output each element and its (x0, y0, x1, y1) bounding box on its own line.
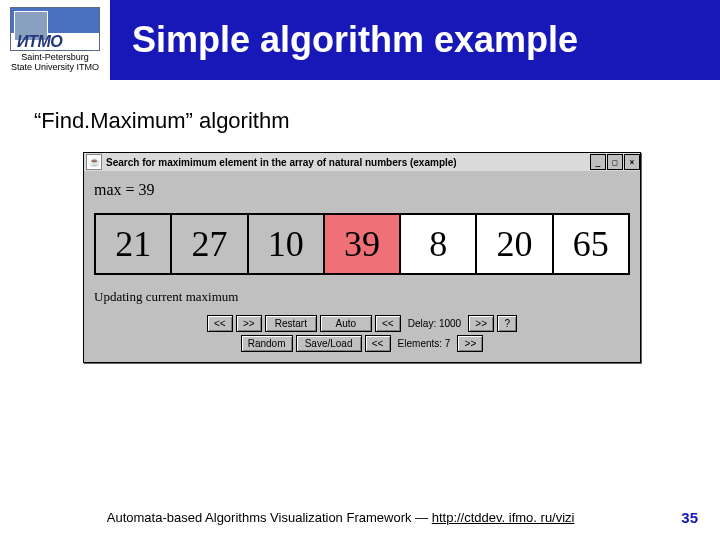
logo-block: Saint-Petersburg State University ITMO (0, 0, 110, 80)
slide-footer: Automata-based Algorithms Visualization … (0, 509, 720, 526)
footer-prefix: Automata-based Algorithms Visualization … (107, 510, 432, 525)
slide-header: Saint-Petersburg State University ITMO S… (0, 0, 720, 80)
restart-button[interactable]: Restart (265, 315, 317, 332)
random-button[interactable]: Random (241, 335, 293, 352)
slide-content: “Find.Maximum” algorithm ☕ Search for ma… (0, 80, 720, 363)
array-cell: 20 (475, 213, 551, 275)
elements-label: Elements: 7 (394, 336, 455, 351)
array-cell: 65 (552, 213, 630, 275)
slide-title: Simple algorithm example (110, 19, 720, 61)
control-row-2: Random Save/Load << Elements: 7 >> (241, 335, 484, 352)
elements-increase-button[interactable]: >> (457, 335, 483, 352)
array-cell-current: 39 (323, 213, 399, 275)
app-window: ☕ Search for maximimum element in the ar… (83, 152, 641, 363)
titlebar: ☕ Search for maximimum element in the ar… (84, 153, 640, 171)
subtitle: “Find.Maximum” algorithm (34, 108, 690, 134)
footer-link[interactable]: http://ctddev. ifmo. ru/vizi (432, 510, 575, 525)
org-line2: State University ITMO (11, 63, 99, 73)
status-text: Updating current maximum (94, 289, 630, 305)
auto-button[interactable]: Auto (320, 315, 372, 332)
max-value-label: max = 39 (94, 181, 634, 199)
help-button[interactable]: ? (497, 315, 517, 332)
step-back-button[interactable]: << (207, 315, 233, 332)
array-cell: 27 (170, 213, 246, 275)
control-row-1: << >> Restart Auto << Delay: 1000 >> ? (207, 315, 517, 332)
delay-label: Delay: 1000 (404, 316, 465, 331)
save-load-button[interactable]: Save/Load (296, 335, 362, 352)
maximize-button[interactable]: □ (607, 154, 623, 170)
itmo-logo-icon (10, 7, 100, 51)
java-icon: ☕ (86, 154, 102, 170)
window-title: Search for maximimum element in the arra… (106, 157, 589, 168)
elements-decrease-button[interactable]: << (365, 335, 391, 352)
page-number: 35 (681, 509, 720, 526)
step-forward-button[interactable]: >> (236, 315, 262, 332)
array-cell: 21 (94, 213, 170, 275)
array-cell: 10 (247, 213, 323, 275)
app-body: max = 39 21 27 10 39 8 20 65 Updating cu… (84, 171, 640, 362)
close-button[interactable]: × (624, 154, 640, 170)
delay-increase-button[interactable]: >> (468, 315, 494, 332)
array-visualization: 21 27 10 39 8 20 65 (94, 213, 630, 275)
footer-text: Automata-based Algorithms Visualization … (0, 510, 681, 525)
minimize-button[interactable]: _ (590, 154, 606, 170)
array-cell: 8 (399, 213, 475, 275)
control-panel: << >> Restart Auto << Delay: 1000 >> ? R… (90, 315, 634, 358)
delay-decrease-button[interactable]: << (375, 315, 401, 332)
